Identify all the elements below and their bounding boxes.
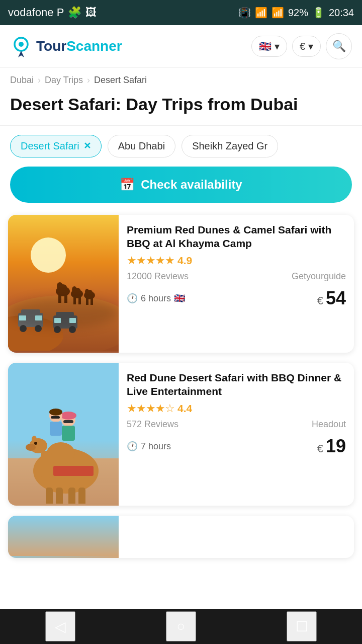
svg-rect-44 [68, 488, 75, 504]
recents-icon: ☐ [296, 618, 308, 635]
search-icon: 🔍 [332, 40, 346, 53]
duration-row-1: 🕐 6 hours 🇬🇧 € 54 [127, 288, 346, 309]
svg-point-1 [19, 42, 24, 47]
svg-point-23 [20, 325, 27, 332]
svg-rect-26 [35, 315, 42, 320]
svg-rect-28 [56, 312, 74, 321]
svg-point-39 [32, 436, 37, 443]
battery-icon: 🔋 [312, 7, 325, 19]
breadcrumb-desert-safari: Desert Safari [94, 75, 147, 86]
svg-rect-58 [53, 466, 94, 476]
filter-chip-sheikh[interactable]: Sheikh Zayed Gr [182, 135, 278, 157]
svg-point-29 [54, 326, 61, 333]
breadcrumb-sep-1: › [38, 75, 41, 86]
breadcrumb-day-trips[interactable]: Day Trips [45, 75, 83, 86]
language-selector[interactable]: 🇬🇧 ▾ [251, 36, 287, 57]
back-icon: ◁ [55, 618, 66, 635]
listing-image-3-partial [8, 516, 119, 558]
currency-selector[interactable]: € ▾ [292, 36, 321, 57]
svg-point-55 [49, 409, 62, 416]
duration-text-1: 6 hours [141, 293, 171, 304]
clock-icon-1: 🕐 [127, 293, 138, 304]
rating-2: 4.4 [177, 403, 192, 415]
svg-point-5 [8, 315, 63, 351]
page-title: Desert Safari: Day Trips from Dubai [0, 90, 362, 126]
price-1: € 54 [317, 288, 346, 309]
svg-rect-42 [46, 488, 53, 504]
chip-label-abu-dhabi: Abu Dhabi [118, 140, 165, 152]
clock-icon-2: 🕐 [127, 441, 138, 452]
filter-chip-abu-dhabi[interactable]: Abu Dhabi [108, 135, 175, 157]
flag-uk-icon: 🇬🇧 [259, 40, 272, 52]
battery-level: 92% [288, 7, 308, 19]
logo-text: TourScanner [36, 38, 122, 54]
lang-dropdown-icon: ▾ [275, 40, 280, 52]
svg-rect-31 [54, 318, 61, 323]
vibrate-icon: 📳 [238, 7, 251, 19]
logo[interactable]: TourScanner [10, 35, 122, 57]
status-bar: vodafone P 🧩 🖼 📳 📶 📶 92% 🔋 20:34 [0, 0, 362, 25]
breadcrumb-dubai[interactable]: Dubai [10, 75, 34, 86]
svg-rect-25 [19, 315, 26, 320]
reviews-count-1: 12000 Reviews [127, 271, 189, 282]
listing-image-2 [8, 363, 119, 506]
listing-card-3-partial[interactable] [8, 516, 354, 558]
svg-rect-57 [51, 416, 60, 419]
back-button[interactable]: ◁ [45, 611, 75, 641]
breadcrumb-sep-2: › [87, 75, 90, 86]
app-header: TourScanner 🇬🇧 ▾ € ▾ 🔍 [0, 25, 362, 68]
breadcrumb: Dubai › Day Trips › Desert Safari [0, 68, 362, 90]
listing-stars-1: ★★★★★ 4.9 [127, 254, 346, 267]
currency-dropdown-icon: ▾ [308, 40, 313, 52]
currency-label: € [300, 41, 305, 52]
check-availability-button[interactable]: 📅 Check availability [10, 167, 352, 203]
listing-stars-2: ★★★★☆ 4.4 [127, 402, 346, 415]
home-icon: ○ [177, 618, 186, 634]
star-icons-2: ★★★★☆ [127, 402, 174, 415]
listing-card-1[interactable]: Premium Red Dunes & Camel Safari with BB… [8, 215, 354, 353]
home-button[interactable]: ○ [166, 611, 196, 641]
listing-card-2[interactable]: Red Dune Desert Safari with BBQ Dinner &… [8, 363, 354, 506]
svg-point-51 [60, 412, 76, 420]
desert-scene [8, 215, 119, 351]
svg-point-3 [31, 237, 66, 273]
duration-row-2: 🕐 7 hours € 19 [127, 436, 346, 457]
svg-point-15 [73, 288, 80, 293]
chip-close-icon[interactable]: ✕ [83, 140, 91, 151]
svg-point-10 [59, 284, 67, 290]
chip-label-sheikh: Sheikh Zayed Gr [192, 140, 267, 152]
filter-row: Desert Safari ✕ Abu Dhabi Sheikh Zayed G… [0, 126, 362, 167]
svg-rect-27 [53, 315, 77, 329]
svg-rect-21 [18, 313, 43, 327]
calendar-icon: 📅 [120, 178, 135, 192]
status-carrier: vodafone P 🧩 🖼 [8, 6, 97, 19]
svg-rect-37 [41, 451, 52, 478]
recents-button[interactable]: ☐ [287, 611, 317, 641]
filter-chip-desert-safari[interactable]: Desert Safari ✕ [10, 135, 102, 157]
svg-rect-45 [78, 488, 85, 504]
partial-scene [8, 516, 119, 556]
reviews-count-2: 572 Reviews [127, 419, 178, 430]
camel-scene [8, 363, 119, 504]
svg-point-40 [26, 444, 36, 451]
header-controls: 🇬🇧 ▾ € ▾ 🔍 [251, 33, 352, 59]
reviews-row-1: 12000 Reviews Getyourguide [127, 271, 346, 282]
svg-rect-56 [50, 422, 62, 436]
svg-point-24 [35, 325, 42, 332]
chip-label-desert: Desert Safari [21, 140, 79, 152]
svg-rect-43 [56, 488, 63, 504]
logo-icon [10, 35, 32, 57]
search-button[interactable]: 🔍 [326, 33, 352, 59]
wifi-icon: 📶 [255, 7, 267, 19]
duration-left-2: 🕐 7 hours [127, 441, 171, 452]
provider-2: Headout [312, 419, 346, 430]
flag-icon-1: 🇬🇧 [174, 293, 185, 304]
svg-rect-32 [69, 318, 76, 323]
listing-title-2: Red Dune Desert Safari with BBQ Dinner &… [127, 371, 346, 398]
provider-1: Getyourguide [292, 271, 346, 282]
duration-text-2: 7 hours [141, 441, 171, 452]
listing-title-1: Premium Red Dunes & Camel Safari with BB… [127, 223, 346, 251]
svg-rect-53 [63, 420, 73, 423]
listing-image-1 [8, 215, 119, 353]
svg-point-30 [69, 326, 76, 333]
